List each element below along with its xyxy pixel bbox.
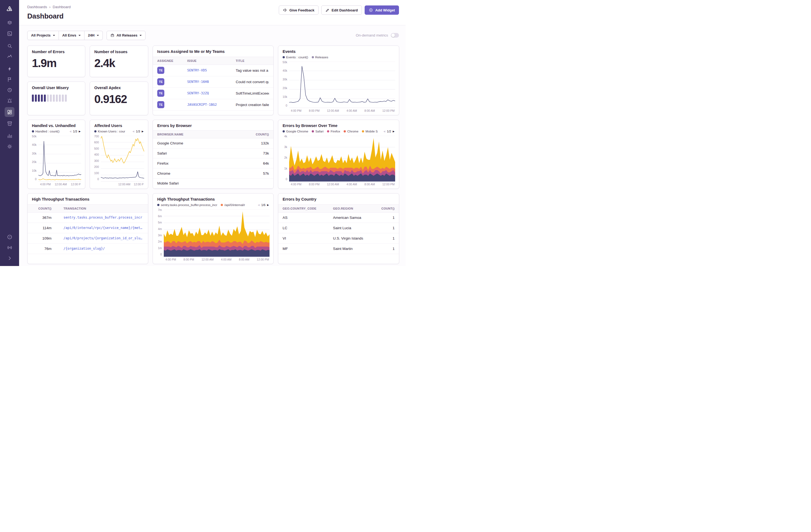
breadcrumb-separator: ›: [49, 5, 51, 9]
alerts-icon[interactable]: [5, 96, 14, 105]
legend-item[interactable]: Mobile S: [362, 130, 378, 133]
pencil-icon: [325, 8, 330, 12]
transaction-link[interactable]: /{organization_slug}/: [63, 247, 143, 250]
broadcast-icon[interactable]: [5, 243, 14, 252]
legend-item[interactable]: sentry.tasks.process_buffer.process_incr: [157, 203, 217, 207]
legend-item[interactable]: Known Users : cour: [94, 130, 125, 133]
widget-issues-assigned: Issues Assigned to Me or My Teams ASSIGN…: [153, 46, 274, 115]
handled-line-chart[interactable]: [39, 136, 81, 182]
pager-prev-icon[interactable]: ◀: [133, 130, 134, 133]
legend-label: Events : count(): [286, 56, 308, 59]
legend-item[interactable]: Chrome: [343, 130, 358, 133]
sentry-logo-icon[interactable]: [4, 3, 15, 15]
widget-title: Events: [282, 49, 395, 54]
legend-item[interactable]: Releases: [312, 56, 328, 59]
pager-next-icon[interactable]: ▶: [393, 130, 395, 133]
table-row: 109m /api/0/projects/{organization_id_or…: [28, 233, 148, 244]
pager-prev-icon[interactable]: ◀: [383, 130, 385, 133]
add-widget-button[interactable]: Add Widget: [365, 5, 399, 15]
chevron-down-icon: [53, 35, 55, 37]
environment-filter[interactable]: All Envs: [59, 31, 85, 40]
widget-title: Number of Errors: [32, 49, 81, 54]
issue-title: SoftTimeLimitExceeded: [236, 91, 269, 95]
legend-item[interactable]: Handled : count(): [32, 130, 59, 133]
transaction-link[interactable]: /api/0/projects/{organization_id_or_slug…: [63, 236, 143, 240]
svg-text:?: ?: [9, 236, 10, 239]
legend-label: Handled : count(): [35, 130, 59, 133]
edit-dashboard-button[interactable]: Edit Dashboard: [321, 5, 362, 15]
pager-next-icon[interactable]: ▶: [79, 130, 81, 133]
events-line-chart[interactable]: [289, 62, 395, 108]
throughput-area-chart[interactable]: [164, 209, 270, 257]
legend-label: Google Chrome: [286, 130, 308, 133]
pager-prev-icon[interactable]: ◀: [70, 130, 72, 133]
discover-icon[interactable]: [5, 52, 14, 61]
issue-link[interactable]: SENTRY-32ZQ: [187, 91, 236, 95]
big-number-value: 1.9m: [32, 58, 81, 69]
edit-dashboard-label: Edit Dashboard: [332, 8, 358, 12]
widget-number-of-errors: Number of Errors 1.9m: [27, 46, 85, 77]
stats-icon[interactable]: [5, 132, 14, 140]
issue-link[interactable]: JAVASCRIPT-1BG2: [187, 103, 236, 107]
legend-dot: [94, 130, 96, 133]
legend-label: Safari: [315, 130, 323, 133]
ondemand-metrics-toggle[interactable]: [391, 33, 399, 37]
collapse-icon[interactable]: [5, 254, 14, 262]
legend-dot: [157, 204, 159, 206]
transaction-count: 109m: [32, 236, 51, 240]
errors-over-time-area-chart[interactable]: [289, 136, 395, 182]
transaction-link[interactable]: /api/0/internal/rpc/{service_name}/{meth…: [63, 226, 143, 230]
breadcrumb-dashboards[interactable]: Dashboards: [27, 5, 47, 9]
give-feedback-button[interactable]: Give Feedback: [279, 5, 319, 15]
legend-dot: [327, 130, 329, 133]
releases-filter[interactable]: All Releases: [107, 31, 146, 40]
browser-name: Firefox: [157, 161, 250, 165]
widget-title: Issues Assigned to Me or My Teams: [153, 46, 273, 57]
widget-title: Number of Issues: [94, 49, 143, 54]
transaction-link[interactable]: sentry.tasks.process_buffer.process_incr: [63, 216, 143, 219]
widget-title: High Throughput Transactions: [157, 197, 269, 202]
y-axis: 7006005004003002001000: [92, 135, 101, 181]
issue-link[interactable]: SENTRY-16H8: [187, 80, 236, 84]
replays-icon[interactable]: [5, 86, 14, 94]
widget-handled-vs-unhandled: Handled vs. Unhandled Handled : count() …: [27, 120, 85, 189]
table-row: Mobile Safari: [153, 179, 273, 188]
widget-title: Affected Users: [94, 123, 143, 128]
pager-prev-icon[interactable]: ◀: [258, 203, 260, 206]
sidebar-group-product: [5, 65, 14, 127]
legend-item[interactable]: Firefox: [327, 130, 340, 133]
time-range-filter[interactable]: 24H: [85, 31, 103, 40]
profiling-icon[interactable]: [5, 75, 14, 83]
help-icon[interactable]: ?: [5, 233, 14, 241]
sidebar-group-explore: [5, 42, 14, 61]
legend-item[interactable]: Safari: [312, 130, 323, 133]
settings-icon[interactable]: [5, 142, 14, 150]
dashboards-icon[interactable]: [5, 107, 14, 117]
affected-users-line-chart[interactable]: [101, 136, 144, 182]
issue-link[interactable]: SENTRY-VD5: [187, 69, 236, 72]
releases-icon[interactable]: [5, 119, 14, 127]
breadcrumb-dashboard: Dashboard: [52, 5, 71, 9]
widget-number-of-issues: Number of Issues 2.4k: [90, 46, 148, 77]
project-filter[interactable]: All Projects: [27, 31, 59, 40]
widget-events: Events Events : count() Releases: [278, 46, 399, 115]
legend-dot: [312, 130, 314, 133]
chevron-down-icon: [97, 35, 99, 37]
transaction-count: 114m: [32, 226, 51, 230]
table-row: Google Chrome 132k: [153, 138, 273, 149]
legend-item[interactable]: Events : count(): [282, 56, 308, 59]
issues-icon[interactable]: [5, 19, 14, 27]
performance-icon[interactable]: [5, 65, 14, 73]
widget-grid: Number of Errors 1.9m Number of Issues 2…: [27, 46, 399, 264]
widget-title: Errors by Country: [278, 194, 399, 204]
legend-item[interactable]: Google Chrome: [282, 130, 308, 133]
projects-icon[interactable]: [5, 29, 14, 37]
search-icon[interactable]: [5, 42, 14, 50]
issue-title: Tag value was not a string: [236, 69, 269, 73]
legend-item[interactable]: /api/0/internal/r: [221, 203, 245, 207]
pager-next-icon[interactable]: ▶: [267, 203, 269, 206]
pager-next-icon[interactable]: ▶: [142, 130, 143, 133]
country-region: Saint Lucia: [333, 226, 379, 230]
widget-title: Handled vs. Unhandled: [32, 123, 81, 128]
legend-label: Chrome: [347, 130, 358, 133]
